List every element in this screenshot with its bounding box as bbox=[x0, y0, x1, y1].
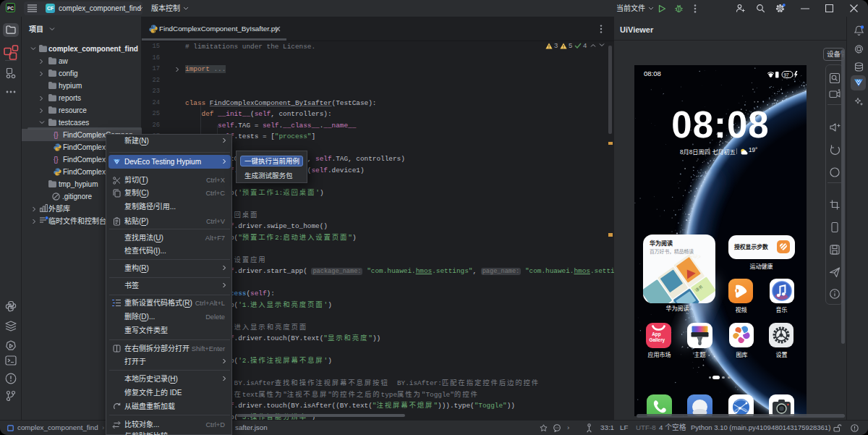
svg-text:PC: PC bbox=[7, 6, 14, 11]
svg-text:Gallery: Gallery bbox=[650, 337, 665, 343]
svg-text:App: App bbox=[652, 331, 661, 337]
svg-text:97: 97 bbox=[784, 72, 790, 77]
